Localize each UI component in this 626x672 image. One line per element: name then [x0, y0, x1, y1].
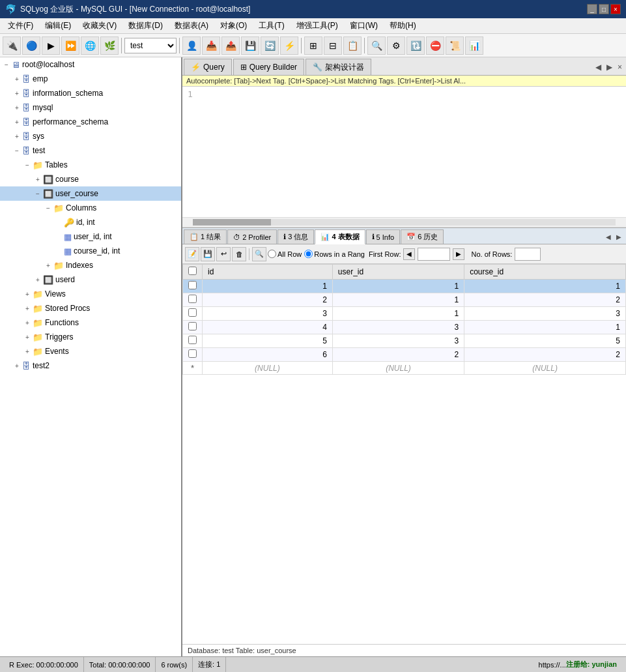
col-header-check[interactable] — [183, 265, 203, 280]
perfschema-expand[interactable]: + — [12, 117, 22, 127]
row-check-cell[interactable] — [183, 334, 203, 348]
row-cell-course-id[interactable]: 3 — [464, 307, 626, 321]
row-checkbox[interactable] — [188, 308, 197, 317]
query-editor-hscroll[interactable] — [182, 217, 626, 227]
data-table-wrapper[interactable]: id user_id course_id 111212313431535622*… — [182, 264, 626, 644]
nav-arrow-right[interactable]: ▶ — [453, 248, 464, 260]
row-check-cell[interactable] — [183, 321, 203, 334]
row-cell-user-id[interactable]: 1 — [332, 307, 464, 321]
tab-query[interactable]: ⚡ Query — [184, 59, 232, 75]
tree-item-triggers[interactable]: + 📁 Triggers — [0, 330, 181, 344]
tbl-btn-filter[interactable]: 🔍 — [252, 247, 266, 261]
menu-edit[interactable]: 编辑(E) — [40, 19, 76, 33]
row-checkbox[interactable] — [188, 281, 197, 289]
maximize-btn[interactable]: □ — [599, 4, 609, 14]
table-row[interactable]: 622 — [183, 348, 626, 362]
row-checkbox[interactable] — [188, 349, 197, 358]
tree-item-userd[interactable]: + 🔲 userd — [0, 272, 181, 287]
sys-expand[interactable]: + — [12, 131, 22, 141]
toolbar-export[interactable]: 📤 — [221, 37, 240, 55]
userd-expand[interactable]: + — [33, 274, 43, 285]
row-cell-user-id[interactable]: 1 — [332, 293, 464, 307]
rows-in-range-label[interactable]: Rows in a Rang — [304, 250, 365, 258]
tab-nav-prev[interactable]: ◀ — [593, 63, 604, 72]
tab-close[interactable]: × — [615, 63, 625, 72]
toolbar-restore[interactable]: 🔄 — [261, 37, 279, 55]
row-cell-user-id[interactable]: 3 — [332, 334, 464, 348]
row-cell-course-id[interactable]: 5 — [464, 334, 626, 348]
tree-item-stored-procs[interactable]: + 📁 Stored Procs — [0, 301, 181, 315]
row-cell-id[interactable]: 1 — [203, 280, 333, 293]
row-cell-course-id[interactable]: 1 — [464, 280, 626, 293]
tree-item-emp[interactable]: + 🗄 emp — [0, 72, 181, 86]
row-check-cell[interactable] — [183, 348, 203, 362]
menu-object[interactable]: 对象(O) — [215, 19, 252, 33]
window-controls[interactable]: _ □ × — [587, 4, 621, 14]
tree-item-user-course[interactable]: − 🔲 user_course — [0, 186, 181, 201]
tree-item-col-id[interactable]: + 🔑 id, int — [0, 215, 181, 229]
row-checkbox[interactable] — [188, 322, 197, 330]
first-row-input[interactable]: 0 — [418, 248, 450, 261]
row-checkbox[interactable] — [188, 295, 197, 303]
triggers-expand[interactable]: + — [22, 332, 33, 342]
tbl-btn-new-row[interactable]: 📝 — [185, 247, 199, 261]
tab-schema[interactable]: 🔧 架构设计器 — [306, 59, 371, 75]
events-expand[interactable]: + — [22, 346, 33, 357]
tbl-btn-discard[interactable]: ↩ — [216, 247, 231, 261]
tab-history[interactable]: 📅 6 历史 — [401, 229, 444, 244]
test-expand[interactable]: − — [12, 145, 22, 156]
tab-profiler[interactable]: ⏱ 2 Profiler — [227, 229, 277, 244]
tree-item-events[interactable]: + 📁 Events — [0, 344, 181, 358]
table-row[interactable]: 212 — [183, 293, 626, 307]
menu-window[interactable]: 窗口(W) — [345, 19, 383, 33]
row-cell-id[interactable]: 5 — [203, 334, 333, 348]
tree-item-indexes[interactable]: + 📁 Indexes — [0, 258, 181, 272]
toolbar-play[interactable]: ▶ — [42, 37, 60, 55]
tab-tabledata[interactable]: 📊 4 表数据 — [315, 229, 365, 244]
test2-expand[interactable]: + — [12, 360, 22, 371]
toolbar-refresh[interactable]: 🔃 — [406, 37, 425, 55]
indexes-expand[interactable]: + — [43, 260, 53, 270]
menu-file[interactable]: 文件(F) — [3, 19, 38, 33]
toolbar-more[interactable]: 📊 — [465, 37, 483, 55]
root-expand[interactable]: − — [1, 59, 12, 70]
tree-item-functions[interactable]: + 📁 Functions — [0, 315, 181, 330]
menu-database[interactable]: 数据库(D) — [123, 19, 168, 33]
tree-item-perf-schema[interactable]: + 🗄 performance_schema — [0, 115, 181, 129]
minimize-btn[interactable]: _ — [587, 4, 597, 14]
row-cell-course-id[interactable]: 2 — [464, 348, 626, 362]
emp-expand[interactable]: + — [12, 74, 22, 84]
row-cell-user-id[interactable]: 1 — [332, 280, 464, 293]
table-row[interactable]: 535 — [183, 334, 626, 348]
row-cell-id[interactable]: 2 — [203, 293, 333, 307]
course-expand[interactable]: + — [33, 174, 43, 184]
row-cell-course-id[interactable]: 2 — [464, 293, 626, 307]
tree-item-sys[interactable]: + 🗄 sys — [0, 129, 181, 143]
toolbar-settings[interactable]: ⚙ — [387, 37, 405, 55]
select-all-checkbox[interactable] — [188, 267, 197, 275]
toolbar-backup[interactable]: 💾 — [241, 37, 259, 55]
menu-favorites[interactable]: 收藏夹(V) — [78, 19, 122, 33]
columns-expand[interactable]: − — [43, 203, 53, 213]
tab-result[interactable]: 📋 1 结果 — [184, 229, 227, 244]
toolbar-history[interactable]: 📜 — [446, 37, 464, 55]
row-cell-id[interactable]: 6 — [203, 348, 333, 362]
usercourse-expand[interactable]: − — [33, 188, 43, 199]
nav-arrow-left[interactable]: ◀ — [403, 248, 415, 260]
storedprocs-expand[interactable]: + — [22, 303, 33, 314]
menu-tools[interactable]: 工具(T) — [253, 19, 289, 33]
tab-nav-next[interactable]: ▶ — [604, 63, 615, 72]
tree-item-information-schema[interactable]: + 🗄 information_schema — [0, 86, 181, 100]
row-check-cell[interactable] — [183, 293, 203, 307]
tree-root[interactable]: − 🖥 root@localhost — [0, 57, 181, 72]
tree-item-mysql[interactable]: + 🗄 mysql — [0, 100, 181, 115]
tab-info2[interactable]: ℹ 5 Info — [366, 229, 401, 244]
hscroll-thumb[interactable] — [193, 219, 271, 226]
toolbar-search[interactable]: 🔍 — [367, 37, 386, 55]
tree-item-course[interactable]: + 🔲 course — [0, 172, 181, 186]
no-of-rows-input[interactable]: 50 — [515, 248, 541, 261]
col-header-user-id[interactable]: user_id — [332, 265, 464, 280]
tab-query-builder[interactable]: ⊞ Query Builder — [233, 59, 304, 75]
tab-info[interactable]: ℹ 3 信息 — [277, 229, 314, 244]
menu-table[interactable]: 数据表(A) — [169, 19, 214, 33]
